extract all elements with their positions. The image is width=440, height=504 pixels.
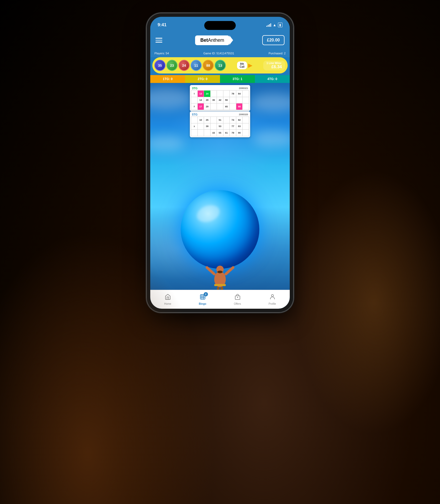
cell: 42 (217, 97, 223, 103)
status-time: 9:41 (158, 22, 167, 28)
line-wins-label: 1 Line Wins: (266, 62, 282, 65)
bingo-icon: 2 (200, 294, 206, 302)
battery-icon: ▮ (278, 23, 282, 27)
cell: 39 (204, 123, 210, 130)
cell: 10 (198, 117, 204, 123)
cell: 61 (223, 130, 230, 136)
cell: 2 (191, 103, 197, 110)
balance-button[interactable]: £20.00 (262, 35, 285, 45)
nav-home[interactable]: Home (150, 294, 185, 305)
nav-offers-label: Offers (234, 302, 241, 305)
cell: 55 (217, 130, 223, 136)
tg-1: 1TG: 0 (150, 75, 185, 83)
menu-button[interactable] (155, 38, 162, 43)
atlas-figure (204, 253, 236, 290)
cell: 74 (230, 117, 236, 123)
phone-frame: 9:41 ▲ ▮ BetAnthem (147, 13, 293, 312)
tg-3: 3TG: 1 (220, 75, 255, 83)
cell: 84 (236, 91, 243, 97)
tg-2: 2TG: 0 (185, 75, 220, 83)
game-id-label: Game ID: (203, 52, 216, 55)
purchased-label: Purchased: (269, 52, 283, 55)
cell: 56 (223, 97, 230, 103)
cell: 13 (198, 91, 204, 97)
profile-icon (269, 294, 276, 302)
ball-88: 88 (203, 60, 214, 71)
cell (191, 97, 197, 103)
svg-point-16 (271, 295, 273, 297)
cell: 1 (191, 91, 197, 97)
cell (243, 117, 249, 123)
svg-line-2 (207, 267, 214, 274)
cell (223, 123, 230, 130)
brand-bold: Bet (200, 38, 208, 43)
game-id-value: 51411475531 (217, 52, 234, 55)
card-3tg-header: 3TG 2095321 (191, 86, 249, 90)
call-display: 35 23 24 11 88 13 8th Call ▶ 1 Line Wins… (152, 57, 288, 74)
line-wins-amount: £6.34 (266, 65, 282, 69)
card-3tg-label: 3TG (192, 87, 197, 90)
nav-bingo-label: Bingo (199, 302, 206, 305)
dynamic-island (204, 21, 236, 30)
cell (211, 123, 217, 130)
cell (223, 91, 230, 97)
cell: 24 (204, 91, 210, 97)
cloud-left-2 (150, 135, 184, 151)
cell (198, 123, 204, 130)
signal-icon (266, 23, 271, 27)
cell: 83 (236, 123, 243, 130)
nav-bingo[interactable]: 2 Bingo (185, 294, 220, 305)
game-background: 3TG 2095321 1 13 24 78 84 (150, 83, 290, 290)
cell: 28 (204, 97, 210, 103)
home-icon (165, 294, 171, 302)
line-wins: 1 Line Wins: £6.34 (263, 61, 285, 70)
cell: 90 (236, 130, 243, 136)
cell (211, 117, 217, 123)
cell: 25 (204, 117, 210, 123)
cell (243, 91, 249, 97)
cell (243, 123, 249, 130)
nav-offers[interactable]: Offers (220, 294, 255, 305)
card-5tg-id: 2095320 (239, 113, 248, 116)
cell: 43 (211, 130, 217, 136)
cell: 78 (230, 91, 236, 97)
cell (211, 91, 217, 97)
game-id-info: Game ID: 51411475531 (203, 52, 234, 55)
cell (204, 130, 210, 136)
card-3tg-id: 2095321 (239, 87, 248, 90)
cell (223, 117, 230, 123)
app-header: BetAnthem £20.00 (150, 31, 290, 49)
purchased-info: Purchased: 2 (269, 52, 286, 55)
cell (230, 103, 236, 110)
cloud-right-2 (253, 130, 290, 147)
cell: 17 (198, 103, 204, 110)
cell: 36 (211, 97, 217, 103)
cell: 82 (236, 117, 243, 123)
card-3tg-grid: 1 13 24 78 84 14 28 36 42 (191, 90, 249, 110)
call-arrow-icon: ▶ (248, 62, 252, 69)
cell (243, 97, 249, 103)
cell: 53 (217, 123, 223, 130)
ball-24: 24 (179, 60, 190, 71)
status-icons: ▲ ▮ (266, 23, 282, 27)
svg-point-7 (217, 271, 223, 273)
cell: 29 (204, 103, 210, 110)
cloud-left (150, 88, 192, 109)
nav-profile[interactable]: Profile (255, 294, 290, 305)
call-badge: 8th Call (237, 61, 247, 69)
bingo-card-3tg: 3TG 2095321 1 13 24 78 84 (190, 85, 250, 111)
cell (198, 130, 204, 136)
players-info: Players: 54 (154, 52, 169, 55)
cell: 88 (236, 103, 243, 110)
players-label: Players: (154, 52, 165, 55)
call-number: 8th (240, 62, 244, 65)
phone-screen: 9:41 ▲ ▮ BetAnthem (150, 17, 290, 309)
card-5tg-label: 5TG (192, 113, 197, 116)
card-5tg-header: 5TG 2095320 (191, 112, 249, 117)
cell: 14 (198, 97, 204, 103)
purchased-value: 2 (284, 52, 286, 55)
bottom-nav: Home 2 Bingo (150, 290, 290, 309)
cell (191, 130, 197, 136)
svg-rect-4 (217, 287, 219, 290)
cell (191, 117, 197, 123)
